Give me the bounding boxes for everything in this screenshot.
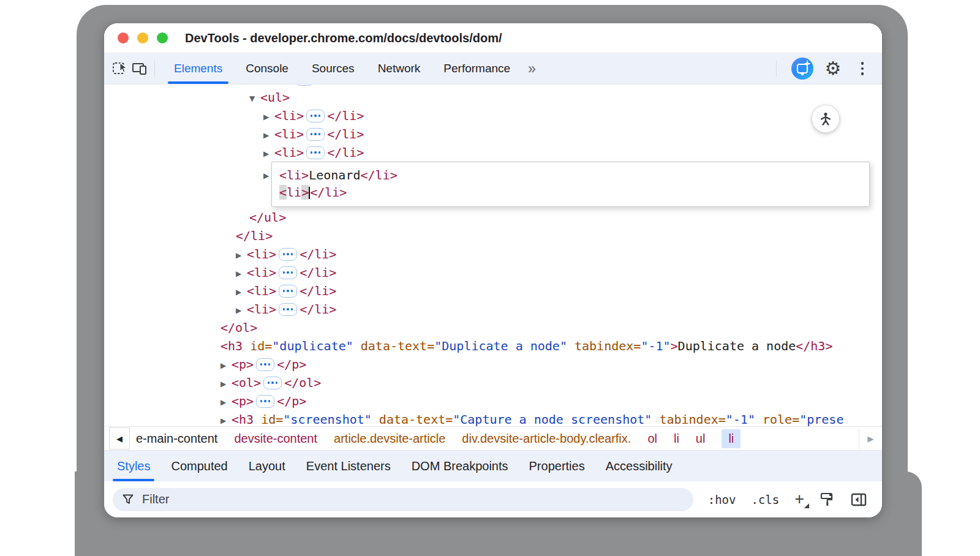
breadcrumb-item[interactable]: li xyxy=(674,432,679,446)
style-filter[interactable] xyxy=(113,488,693,511)
expand-ellipsis-button[interactable] xyxy=(279,285,297,298)
expand-ellipsis-button[interactable] xyxy=(295,85,314,86)
expand-arrow-icon[interactable]: ▶ xyxy=(236,265,247,283)
expand-arrow-icon[interactable]: ▶ xyxy=(236,301,247,320)
accessibility-person-icon xyxy=(818,111,833,126)
expand-ellipsis-button[interactable] xyxy=(279,266,297,279)
expand-arrow-icon[interactable]: ▶ xyxy=(221,411,232,426)
expand-ellipsis-button[interactable] xyxy=(306,110,325,122)
expand-arrow-icon[interactable]: ▶ xyxy=(221,356,232,375)
new-style-rule-button[interactable]: + xyxy=(794,491,804,508)
styles-toolbar-right: :hov .cls + xyxy=(708,491,873,508)
ai-assistance-button[interactable] xyxy=(791,58,813,80)
menu-button[interactable] xyxy=(853,59,872,78)
breadcrumb-item[interactable]: li xyxy=(722,429,741,448)
tab-dom-breakpoints[interactable]: DOM Breakpoints xyxy=(401,451,519,481)
code-token: "-1" xyxy=(641,339,670,353)
breadcrumb-item[interactable]: div.devsite-article-body.clearfix. xyxy=(462,432,631,446)
dom-tree-row[interactable]: ▶<li></li> xyxy=(104,282,882,300)
tab-event-listeners[interactable]: Event Listeners xyxy=(296,451,401,481)
dom-tree-row[interactable]: ▶<p></p> xyxy=(104,355,882,374)
dom-tree-row[interactable]: ▶<li></li> xyxy=(104,125,882,143)
code-token: <ul> xyxy=(260,90,290,105)
expand-arrow-icon[interactable]: ▶ xyxy=(236,283,247,301)
accessibility-fab[interactable] xyxy=(812,105,840,133)
expand-ellipsis-button[interactable] xyxy=(279,248,297,261)
breadcrumb-item[interactable]: e-main-content xyxy=(136,432,217,446)
dom-tree-row[interactable]: </li> xyxy=(104,227,882,245)
expand-ellipsis-button[interactable] xyxy=(279,303,297,316)
code-token: > xyxy=(301,185,309,200)
tab-properties[interactable]: Properties xyxy=(519,451,595,481)
code-token: data-text= xyxy=(353,339,434,353)
dom-tree-row[interactable]: ▶<li></li> xyxy=(104,107,882,125)
tab-console[interactable]: Console xyxy=(234,53,300,84)
dom-tree-row[interactable]: ▼<ul> xyxy=(104,88,882,107)
pseudo-state-toggle[interactable]: :hov xyxy=(708,493,736,506)
code-token: <li> xyxy=(247,284,276,298)
code-token: tabindex= xyxy=(652,412,725,426)
dom-tree-row[interactable]: ▶<ol></ol> xyxy=(104,374,882,392)
expand-ellipsis-button[interactable] xyxy=(256,395,274,408)
elements-panel[interactable]: <li></li>▼<ul>▶<li></li>▶<li></li>▶<li><… xyxy=(104,85,882,426)
dom-tree-row[interactable]: </ol> xyxy=(104,318,882,337)
toggle-sidebar-button[interactable] xyxy=(851,492,867,507)
breadcrumb: e-main-contentdevsite-contentarticle.dev… xyxy=(136,429,882,448)
tab-styles[interactable]: Styles xyxy=(107,451,160,481)
code-token: li xyxy=(287,185,301,200)
settings-button[interactable]: ⚙ xyxy=(823,59,843,78)
expand-arrow-icon[interactable]: ▶ xyxy=(263,126,274,145)
dom-tree-row[interactable]: </ul> xyxy=(104,208,882,227)
expand-ellipsis-button[interactable] xyxy=(306,146,325,159)
dom-tree-row[interactable]: ▶<p></p> xyxy=(104,392,882,410)
expand-arrow-icon[interactable]: ▶ xyxy=(221,375,232,393)
inspect-element-button[interactable] xyxy=(110,59,130,78)
code-token: </li> xyxy=(300,284,336,298)
code-token: <li> xyxy=(263,85,293,86)
device-toolbar-button[interactable] xyxy=(130,59,149,78)
minimize-button[interactable] xyxy=(137,32,148,43)
code-token: </p> xyxy=(277,394,306,408)
tab-accessibility[interactable]: Accessibility xyxy=(595,451,683,481)
close-button[interactable] xyxy=(118,32,129,43)
class-toggle[interactable]: .cls xyxy=(751,493,779,506)
breadcrumb-back-button[interactable]: ◀ xyxy=(109,427,130,449)
filter-input[interactable] xyxy=(141,492,684,507)
more-tabs-button[interactable]: » xyxy=(522,61,541,77)
dom-tree-row[interactable]: ▶<li></li> xyxy=(104,300,882,318)
expand-arrow-icon[interactable]: ▶ xyxy=(263,145,274,163)
breadcrumb-item[interactable]: devsite-content xyxy=(234,432,317,446)
rendering-brush-button[interactable] xyxy=(820,492,835,508)
tab-performance[interactable]: Performance xyxy=(432,53,522,84)
tab-layout[interactable]: Layout xyxy=(238,451,296,481)
window-controls xyxy=(118,32,168,43)
expand-ellipsis-button[interactable] xyxy=(256,358,274,371)
edit-line: <li>Leonard</li> xyxy=(279,167,869,184)
breadcrumb-item[interactable]: ol xyxy=(647,432,657,446)
expand-ellipsis-button[interactable] xyxy=(306,128,325,141)
expand-arrow-icon[interactable]: ▶ xyxy=(236,246,247,265)
expand-ellipsis-button[interactable] xyxy=(263,377,282,389)
tab-elements[interactable]: Elements xyxy=(162,53,234,84)
dom-row-editing[interactable]: ▶<li>Leonard</li><li></li> xyxy=(104,162,882,208)
expand-arrow-icon[interactable]: ▶ xyxy=(221,393,232,411)
dom-tree-row[interactable]: ▶<li></li> xyxy=(104,143,882,162)
tab-computed[interactable]: Computed xyxy=(160,451,238,481)
dom-tree-row[interactable]: <h3 id="duplicate" data-text="Duplicate … xyxy=(104,337,882,355)
breadcrumb-item[interactable]: ul xyxy=(696,432,706,446)
expand-arrow-icon[interactable]: ▶ xyxy=(263,108,274,126)
code-token: <li> xyxy=(279,168,309,182)
zoom-button[interactable] xyxy=(157,32,168,43)
breadcrumb-item[interactable]: article.devsite-article xyxy=(334,432,445,446)
breadcrumb-forward-button[interactable]: ▶ xyxy=(859,427,882,449)
tab-network[interactable]: Network xyxy=(366,53,432,84)
tab-sources[interactable]: Sources xyxy=(300,53,366,84)
toolbar-right: ⚙ xyxy=(771,58,876,80)
dom-tree-row[interactable]: ▶<li></li> xyxy=(104,263,882,282)
collapse-arrow-icon[interactable]: ▼ xyxy=(249,89,260,108)
dom-tree-row[interactable]: ▶<h3 id="screenshot" data-text="Capture … xyxy=(104,410,882,426)
devtools-window: DevTools - developer.chrome.com/docs/dev… xyxy=(104,23,882,517)
node-edit-box[interactable]: <li>Leonard</li><li></li> xyxy=(271,162,870,207)
dom-tree-row[interactable]: ▶<li></li> xyxy=(104,245,882,263)
toolbar-divider xyxy=(154,61,155,77)
